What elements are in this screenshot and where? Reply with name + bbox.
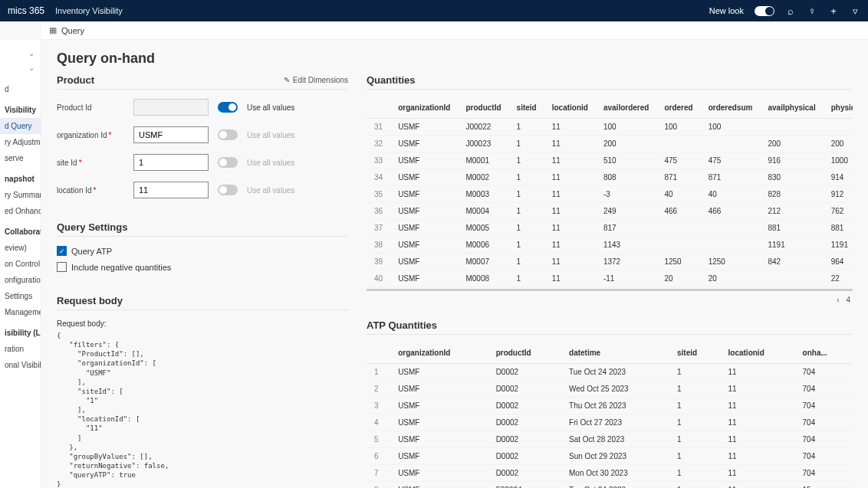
sidebar-item: Collaboration bbox=[0, 224, 41, 240]
column-header[interactable]: organizationId bbox=[390, 99, 458, 119]
search-icon[interactable]: ⌕ bbox=[785, 5, 796, 16]
table-row[interactable]: 1USMFD0002Tue Oct 24 2023111704 bbox=[367, 364, 853, 381]
chevron-down-icon[interactable]: ⌄ bbox=[0, 46, 41, 61]
new-look-label: New look bbox=[709, 6, 744, 15]
column-header[interactable]: onha... bbox=[795, 344, 853, 364]
edit-dimensions-link[interactable]: ✎ Edit Dimensions bbox=[284, 76, 348, 84]
table-cell: M0005 bbox=[458, 220, 508, 237]
org-id-all-toggle[interactable] bbox=[218, 129, 238, 140]
column-header[interactable]: locationid bbox=[721, 344, 795, 364]
product-id-all-label: Use all values bbox=[247, 103, 294, 112]
table-cell: 1 bbox=[509, 136, 544, 152]
sidebar-item[interactable]: ry Adjustment bbox=[0, 134, 41, 150]
sidebar-item[interactable]: ration bbox=[0, 341, 41, 357]
column-header[interactable]: physicalinvent bbox=[824, 99, 853, 119]
table-row[interactable]: 8USMFF00004Tue Oct 24 202311115 bbox=[367, 482, 853, 489]
column-header[interactable]: siteid bbox=[509, 99, 544, 119]
pager-page[interactable]: 4 bbox=[843, 296, 853, 304]
atp-heading: ATP Quantities bbox=[367, 319, 437, 331]
table-cell: 808 bbox=[596, 169, 656, 186]
table-cell: 15 bbox=[795, 482, 853, 489]
table-cell: 1 bbox=[509, 237, 544, 254]
sidebar-item[interactable]: Management bbox=[0, 304, 41, 320]
table-cell bbox=[701, 136, 761, 152]
location-id-input[interactable] bbox=[133, 182, 209, 198]
sidebar-item[interactable]: onfiguration bbox=[0, 272, 41, 288]
new-look-toggle[interactable] bbox=[755, 6, 774, 16]
sidebar-item[interactable]: ed Onhand bbox=[0, 203, 41, 219]
table-row[interactable]: 33USMFM00011115104754759161000-243000 bbox=[367, 152, 853, 169]
table-cell: 20 bbox=[656, 270, 700, 287]
table-cell: 704 bbox=[795, 364, 853, 381]
query-atp-checkbox[interactable]: ✓ bbox=[57, 246, 67, 256]
column-header[interactable]: ordered bbox=[656, 99, 700, 119]
table-cell: 704 bbox=[795, 465, 853, 482]
table-row[interactable]: 6USMFD0002Sun Oct 29 2023111704 bbox=[367, 448, 853, 465]
sidebar-item[interactable]: serve bbox=[0, 150, 41, 166]
chevron-down-icon[interactable]: ⌄ bbox=[0, 61, 41, 75]
sidebar-item[interactable]: eview) bbox=[0, 240, 41, 256]
table-cell: 11 bbox=[721, 381, 795, 398]
table-cell: USMF bbox=[390, 203, 458, 220]
table-row[interactable]: 36USMFM0004111249466466212762-364000 bbox=[367, 203, 853, 220]
table-row[interactable]: 32USMFJ0002311120020020020000 bbox=[367, 136, 853, 152]
table-row[interactable]: 2USMFD0002Wed Oct 25 2023111704 bbox=[367, 381, 853, 398]
table-cell: 881 bbox=[824, 220, 853, 237]
table-cell: 1 bbox=[509, 254, 544, 270]
table-cell: 11 bbox=[721, 414, 795, 431]
sidebar-item[interactable]: on Control bbox=[0, 256, 41, 272]
column-header[interactable]: locationid bbox=[544, 99, 596, 119]
table-row[interactable]: 3USMFD0002Thu Oct 26 2023111704 bbox=[367, 398, 853, 414]
breadcrumb-label[interactable]: Query bbox=[61, 26, 84, 35]
table-cell: 762 bbox=[824, 203, 853, 220]
sidebar-item[interactable]: onal Visibility bbox=[0, 357, 41, 373]
filter-icon[interactable]: ▿ bbox=[850, 5, 860, 16]
table-cell bbox=[701, 237, 761, 254]
table-row[interactable]: 38USMFM00061111143119111911191000 bbox=[367, 237, 853, 254]
table-row[interactable]: 4USMFD0002Fri Oct 27 2023111704 bbox=[367, 414, 853, 431]
quantities-pager[interactable]: ‹ 4 bbox=[367, 291, 853, 309]
idea-icon[interactable]: ♀ bbox=[807, 5, 817, 16]
sidebar-item[interactable]: d Query bbox=[0, 118, 41, 134]
table-row[interactable]: 40USMFM0008111-11202022-144000 bbox=[367, 270, 853, 287]
table-cell: 830 bbox=[760, 169, 823, 186]
sidebar-item[interactable]: Settings bbox=[0, 288, 41, 304]
location-id-all-toggle[interactable] bbox=[218, 185, 238, 195]
column-header[interactable]: availordered bbox=[596, 99, 656, 119]
table-cell: 100 bbox=[596, 119, 656, 136]
site-id-all-toggle[interactable] bbox=[218, 157, 238, 168]
table-row[interactable]: 35USMFM0003111-34040828912515000 bbox=[367, 186, 853, 203]
sidebar-item[interactable]: ry Summary bbox=[0, 187, 41, 203]
table-row[interactable]: 7USMFD0002Mon Oct 30 2023111704 bbox=[367, 465, 853, 482]
table-row[interactable]: 34USMFM0002111808871871830914512000 bbox=[367, 169, 853, 186]
include-negative-checkbox[interactable] bbox=[57, 262, 67, 272]
column-header[interactable]: availphysical bbox=[760, 99, 823, 119]
table-cell: D0002 bbox=[488, 414, 561, 431]
table-row[interactable]: 39USMFM0007111137212501250842964911000 bbox=[367, 254, 853, 270]
column-header[interactable]: datetime bbox=[561, 344, 669, 364]
table-cell bbox=[760, 119, 823, 136]
table-row[interactable]: 37USMFM0005111817881881881000 bbox=[367, 220, 853, 237]
table-cell: M0006 bbox=[458, 237, 508, 254]
table-cell: 1 bbox=[509, 203, 544, 220]
table-cell: 22 bbox=[824, 270, 853, 287]
table-cell: 20 bbox=[701, 270, 761, 287]
quantities-table: organizationIdproductIdsiteidlocationida… bbox=[367, 99, 853, 287]
sidebar-item: napshot bbox=[0, 171, 41, 187]
table-cell: 11 bbox=[544, 254, 596, 270]
column-header[interactable]: organizationId bbox=[390, 344, 488, 364]
column-header[interactable]: siteid bbox=[669, 344, 721, 364]
column-header[interactable]: productId bbox=[488, 344, 561, 364]
org-id-label: organization Id* bbox=[57, 131, 124, 139]
product-id-all-toggle[interactable] bbox=[218, 102, 238, 113]
pager-prev-icon[interactable]: ‹ bbox=[834, 296, 841, 304]
sidebar-item[interactable]: d bbox=[0, 81, 41, 97]
column-header[interactable]: productId bbox=[458, 99, 508, 119]
column-header[interactable]: orderedsum bbox=[701, 99, 761, 119]
table-row[interactable]: 5USMFD0002Sat Oct 28 2023111704 bbox=[367, 431, 853, 448]
table-row[interactable]: 31USMFJ00022111100100100 bbox=[367, 119, 853, 136]
org-id-input[interactable] bbox=[133, 126, 209, 143]
add-icon[interactable]: + bbox=[828, 5, 839, 16]
table-cell: D0002 bbox=[488, 398, 561, 414]
site-id-input[interactable] bbox=[133, 154, 209, 171]
